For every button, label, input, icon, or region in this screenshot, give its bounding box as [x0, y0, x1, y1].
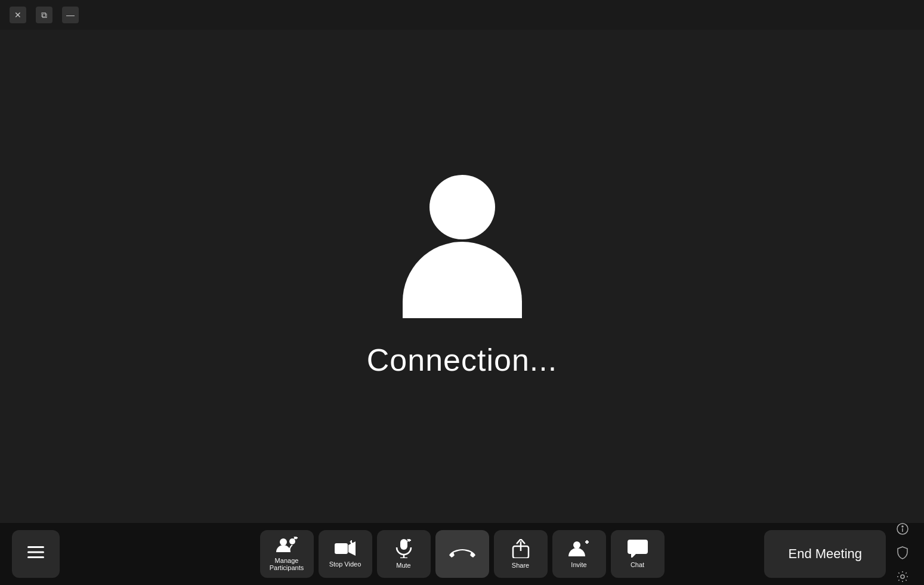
invite-label: Invite [571, 561, 586, 568]
avatar-container [391, 175, 534, 318]
mute-button[interactable]: Mute [377, 530, 431, 578]
manage-participants-button[interactable]: ManageParticipants [260, 530, 314, 578]
svg-point-3 [280, 538, 287, 546]
stop-video-label: Stop Video [329, 561, 361, 568]
settings-button[interactable] [893, 568, 912, 585]
side-icons [893, 521, 912, 585]
svg-point-28 [901, 575, 904, 578]
close-icon: ✕ [14, 10, 21, 20]
svg-point-4 [289, 538, 295, 544]
svg-rect-8 [335, 543, 348, 554]
shield-button[interactable] [893, 544, 912, 564]
chat-button[interactable]: Chat [611, 530, 665, 578]
menu-icon [27, 546, 44, 562]
pip-icon: ⧉ [41, 10, 47, 20]
menu-button[interactable] [12, 530, 60, 578]
invite-icon [568, 540, 590, 558]
svg-rect-0 [27, 546, 44, 548]
title-bar: ✕ ⧉ — [0, 0, 924, 30]
gear-icon [897, 571, 908, 585]
svg-rect-1 [27, 552, 44, 553]
share-button[interactable]: Share [494, 530, 548, 578]
mute-label: Mute [396, 562, 410, 569]
avatar-head [429, 175, 495, 239]
manage-participants-label: ManageParticipants [270, 557, 304, 571]
share-label: Share [512, 562, 529, 569]
connection-status: Connection... [367, 342, 557, 378]
shield-icon [897, 546, 908, 562]
stop-video-button[interactable]: Stop Video [319, 530, 372, 578]
manage-participants-icon [276, 537, 298, 553]
svg-rect-23 [628, 540, 648, 554]
share-icon [512, 539, 530, 558]
invite-button[interactable]: Invite [552, 530, 606, 578]
toolbar-left [12, 530, 60, 578]
avatar-body [403, 242, 522, 318]
info-icon [897, 523, 908, 537]
svg-point-27 [902, 526, 903, 527]
chat-label: Chat [631, 561, 644, 568]
end-meeting-button[interactable]: End Meeting [764, 530, 886, 578]
toolbar-right: End Meeting [764, 521, 912, 585]
svg-marker-24 [631, 554, 636, 558]
stop-video-icon [335, 540, 356, 557]
svg-rect-2 [27, 556, 44, 558]
toolbar: ManageParticipants Stop Video [0, 523, 924, 585]
pip-button[interactable]: ⧉ [36, 7, 52, 23]
svg-rect-12 [400, 539, 407, 550]
info-button[interactable] [893, 521, 912, 540]
minimize-icon: — [66, 10, 75, 20]
minimize-button[interactable]: — [62, 7, 79, 23]
hangup-icon [449, 547, 475, 561]
toolbar-center: ManageParticipants Stop Video [260, 530, 665, 578]
avatar-icon [391, 175, 534, 318]
mute-icon [395, 539, 412, 558]
hangup-button[interactable] [435, 530, 489, 578]
close-button[interactable]: ✕ [10, 7, 26, 23]
chat-icon [628, 540, 648, 558]
svg-point-20 [573, 541, 580, 549]
end-meeting-label: End Meeting [788, 546, 862, 561]
main-content: Connection... [0, 30, 924, 523]
